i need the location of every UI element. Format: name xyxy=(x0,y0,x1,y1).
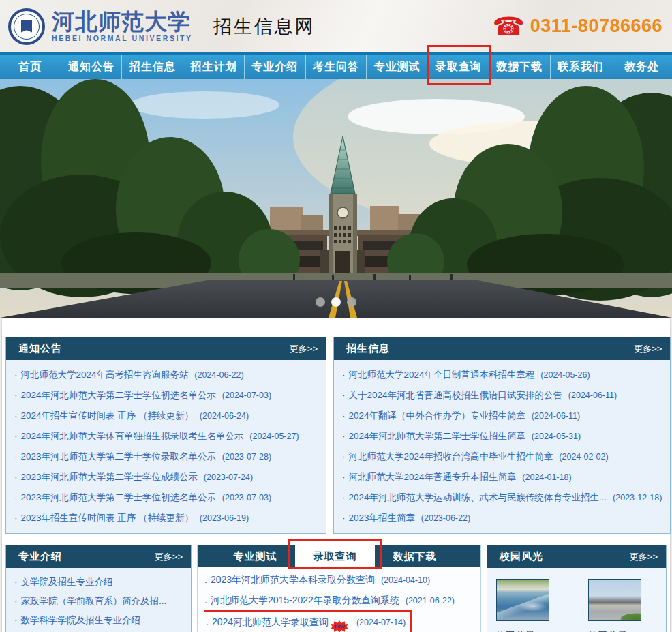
site-title: 招生信息网 xyxy=(213,14,316,39)
bullet: · xyxy=(342,410,346,421)
bullet: · xyxy=(14,596,18,606)
more-link[interactable]: 更多>> xyxy=(634,343,662,355)
query-link[interactable]: 河北师范大学2015-2022年录取分数查询系统 xyxy=(211,595,399,605)
bullet: · xyxy=(14,451,18,462)
bullet: · xyxy=(342,390,346,400)
carousel-dot[interactable] xyxy=(347,297,356,307)
panel-majors-header: 专业介绍 更多>> xyxy=(6,545,191,568)
item-date: (2023-12-18) xyxy=(613,493,662,502)
panel-info-header: 招生信息 更多>> xyxy=(334,337,670,360)
bullet: · xyxy=(342,513,346,523)
nav-item[interactable]: 专业介绍 xyxy=(245,55,306,79)
info-link[interactable]: 河北师范大学2024年全日制普通本科招生章程 xyxy=(349,370,535,380)
list-item: .河北师范大学2015-2022年录取分数查询系统 (2021-06-22) xyxy=(204,590,474,611)
campus-photo-card-2[interactable]: 校园美景（二） xyxy=(588,579,658,632)
university-seal-logo xyxy=(8,8,45,45)
list-item: ·2024年招生宣传时间表 正序 （持续更新） (2024-06-24) xyxy=(14,406,318,426)
nav-item[interactable]: 录取查询 xyxy=(428,55,489,79)
bullet: · xyxy=(14,390,18,400)
list-item: ·关于2024年河北省普通高校招生俄语口试安排的公告 (2024-06-11) xyxy=(342,385,662,406)
nav-item[interactable]: 招生信息 xyxy=(122,55,183,79)
item-date: (2023-07-28) xyxy=(222,452,271,462)
campus-photo-card-1[interactable]: 校园美景（一） xyxy=(496,579,566,632)
bullet: · xyxy=(342,451,346,462)
list-item: ·2023年河北师范大学第二学士学位录取名单公示 (2023-07-28) xyxy=(14,447,318,467)
more-link[interactable]: 更多>> xyxy=(630,551,658,563)
carousel-dot[interactable] xyxy=(331,297,341,307)
list-item: ·2023年河北师范大学第二学士学位初选名单公示 (2023-07-03) xyxy=(14,487,318,508)
query-tab[interactable]: 录取查询 xyxy=(295,545,375,567)
list-item: ·河北师范大学2024年招收台湾高中毕业生招生简章 (2024-02-02) xyxy=(342,447,662,467)
notice-link[interactable]: 河北师范大学2024年高考招生咨询服务站 xyxy=(21,370,189,380)
bullet: · xyxy=(342,431,346,441)
majors-list: ·文学院及招生专业介绍 ·家政学院（学前教育系）简介及招... ·数学科学学院及… xyxy=(6,568,191,632)
info-link[interactable]: 关于2024年河北省普通高校招生俄语口试安排的公告 xyxy=(349,390,563,400)
query-link[interactable]: 2023年河北师范大学本科录取分数查询 xyxy=(211,574,375,585)
bullet: · xyxy=(14,370,18,380)
list-item: ·2023年招生宣传时间表 正序 （持续更新） (2023-06-19) xyxy=(14,508,318,528)
item-date: (2023-06-19) xyxy=(200,513,249,523)
list-item: ·河北师范大学2024年高考招生咨询服务站 (2024-06-22) xyxy=(14,365,318,385)
item-date: (2023-06-22) xyxy=(421,513,470,523)
info-link[interactable]: 河北师范大学2024年普通专升本招生简章 xyxy=(349,472,517,482)
campus-thumbnail-building[interactable] xyxy=(588,579,641,621)
item-date: (2024-06-11) xyxy=(532,411,580,421)
list-item: ·文学院及招生专业介绍 xyxy=(14,573,183,592)
university-name-en: HEBEI NORMAL UNIVERSITY xyxy=(52,34,193,42)
info-link[interactable]: 2023年招生简章 xyxy=(349,513,416,523)
carousel-dot[interactable] xyxy=(316,297,325,307)
campus-thumbnail-water[interactable] xyxy=(496,579,549,621)
item-date: (2024-05-26) xyxy=(540,370,590,380)
item-date: (2024-02-02) xyxy=(559,452,608,462)
info-link[interactable]: 2024年翻译（中外合作办学）专业招生简章 xyxy=(349,410,526,421)
bullet: . xyxy=(204,595,207,605)
nav-item[interactable]: 联系我们 xyxy=(551,55,612,79)
nav-item[interactable]: 专业测试 xyxy=(367,55,428,79)
panel-notices-header: 通知公告 更多>> xyxy=(6,337,326,360)
phone-icon: ☎ xyxy=(492,14,524,40)
info-link[interactable]: 2024年河北师范大学运动训练、武术与民族传统体育专业招生... xyxy=(349,492,607,502)
info-link[interactable]: 河北师范大学2024年招收台湾高中毕业生招生简章 xyxy=(349,451,553,462)
more-link[interactable]: 更多>> xyxy=(155,551,183,563)
panel-campus-header: 校园风光 更多>> xyxy=(487,545,666,568)
query-link[interactable]: 2024河北师范大学录取查询 xyxy=(212,616,329,627)
nav-item[interactable]: 招生计划 xyxy=(183,55,245,79)
item-date: (2024-06-11) xyxy=(568,391,617,400)
university-name-cn: 河北师范大学 xyxy=(52,10,193,33)
bullet: · xyxy=(14,472,18,482)
list-item: ·2024年河北师范大学运动训练、武术与民族传统体育专业招生... (2023-… xyxy=(342,487,662,508)
major-link[interactable]: 数学科学学院及招生专业介绍 xyxy=(21,615,141,625)
list-item: ·河北师范大学2024年普通专升本招生简章 (2024-01-18) xyxy=(342,467,662,487)
more-link[interactable]: 更多>> xyxy=(290,343,318,355)
query-tab[interactable]: 数据下载 xyxy=(375,545,455,567)
phone-group: ☎ 0311-80786666 xyxy=(492,14,662,40)
notice-link[interactable]: 2023年招生宣传时间表 正序 （持续更新） xyxy=(21,513,194,523)
info-link[interactable]: 2024年河北师范大学第二学士学位招生简章 xyxy=(349,431,526,441)
notice-link[interactable]: 2024年招生宣传时间表 正序 （持续更新） xyxy=(21,410,194,421)
nav-item[interactable]: 首页 xyxy=(0,55,61,79)
nav-item[interactable]: 数据下载 xyxy=(489,55,551,79)
nav-item[interactable]: 考生问答 xyxy=(306,55,367,79)
bullet: · xyxy=(342,370,346,380)
notice-link[interactable]: 2023年河北师范大学第二学士学位初选名单公示 xyxy=(21,492,217,502)
notice-link[interactable]: 2023年河北师范大学第二学士学位成绩公示 xyxy=(21,472,198,482)
bullet: · xyxy=(14,410,18,421)
list-item: ·2024年河北师范大学第二学士学位招生简章 (2024-05-31) xyxy=(342,426,662,447)
nav-item[interactable]: 教务处 xyxy=(611,55,672,79)
nav-item[interactable]: 通知公告 xyxy=(61,55,123,79)
list-item: ·家政学院（学前教育系）简介及招... xyxy=(14,592,183,611)
notice-link[interactable]: 2024年河北师范大学第二学士学位初选名单公示 xyxy=(21,390,217,400)
query-tab[interactable]: 专业测试 xyxy=(215,545,295,567)
panel-notices: 通知公告 更多>> ·河北师范大学2024年高考招生咨询服务站 (2024-06… xyxy=(5,337,326,534)
major-link[interactable]: 文学院及招生专业介绍 xyxy=(21,577,113,587)
major-link[interactable]: 家政学院（学前教育系）简介及招... xyxy=(21,596,167,606)
query-tab-bar: 专业测试 录取查询 数据下载 xyxy=(198,545,480,567)
content-area: 通知公告 更多>> ·河北师范大学2024年高考招生咨询服务站 (2024-06… xyxy=(2,318,670,632)
item-date: (2024-05-27) xyxy=(249,432,299,441)
campus-photos: 校园美景（一） 校园美景（二） xyxy=(487,568,666,632)
campus-photo xyxy=(0,79,672,318)
notice-link[interactable]: 2023年河北师范大学第二学士学位录取名单公示 xyxy=(21,451,217,462)
item-date: (2023-07-24) xyxy=(204,472,253,482)
notice-link[interactable]: 2024年河北师范大学体育单独招生拟录取考生名单公示 xyxy=(21,431,244,441)
panel-title: 通知公告 xyxy=(18,342,62,355)
